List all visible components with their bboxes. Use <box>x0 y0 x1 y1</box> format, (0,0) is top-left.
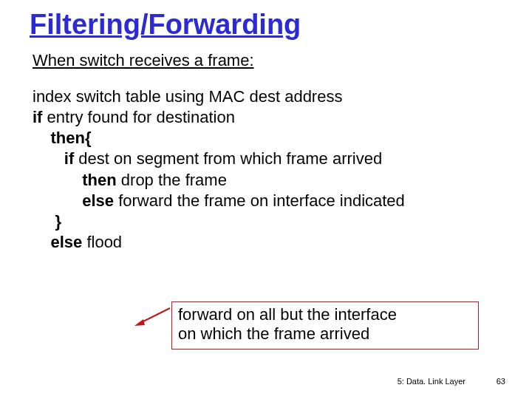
kw-if-outer: if <box>33 108 42 126</box>
kw-else-outer: else <box>50 233 82 251</box>
line-6-rest: forward the frame on interface indicated <box>114 191 405 210</box>
pseudocode-body: index switch table using MAC dest addres… <box>33 86 502 253</box>
line-1: index switch table using MAC dest addres… <box>33 87 342 106</box>
footer-chapter: 5: Data. Link Layer <box>398 377 466 386</box>
indent <box>33 191 82 210</box>
indent <box>33 149 64 168</box>
svg-marker-1 <box>134 319 145 326</box>
kw-else-inner: else <box>82 191 114 210</box>
indent <box>33 129 50 147</box>
kw-then-inner: then <box>82 171 116 189</box>
callout-line-2: on which the frame arrived <box>178 324 369 343</box>
kw-if-inner: if <box>64 149 74 168</box>
indent <box>33 233 50 251</box>
line-5-rest: drop the frame <box>117 171 227 189</box>
slide-subtitle: When switch receives a frame: <box>33 51 502 70</box>
slide: Filtering/Forwarding When switch receive… <box>0 0 532 399</box>
kw-then-open: then{ <box>50 129 91 147</box>
brace-close: } <box>55 212 62 231</box>
footer-page-number: 63 <box>497 377 505 386</box>
svg-line-0 <box>139 308 170 324</box>
callout-line-1: forward on all but the interface <box>178 305 397 324</box>
line-4-rest: dest on segment from which frame arrived <box>74 149 382 168</box>
indent <box>33 212 55 231</box>
arrow-icon <box>134 306 171 328</box>
flood-callout: forward on all but the interface on whic… <box>171 301 479 349</box>
slide-title: Filtering/Forwarding <box>30 9 502 41</box>
indent <box>33 171 82 189</box>
line-2-rest: entry found for destination <box>42 108 235 126</box>
line-8-rest: flood <box>82 233 122 251</box>
